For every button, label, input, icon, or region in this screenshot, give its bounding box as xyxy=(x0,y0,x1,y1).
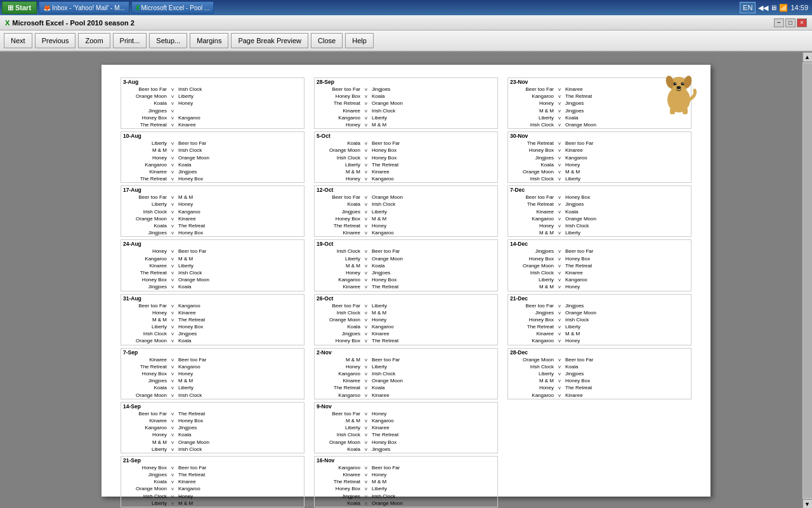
match-away-team: Irish Clock xyxy=(176,392,222,399)
match-vs: v xyxy=(169,316,176,323)
match-row: M & MvKoala xyxy=(315,262,497,269)
match-row: M & MvThe Retreat xyxy=(121,316,304,323)
match-home-team: Honey Box xyxy=(510,147,556,154)
help-button[interactable]: Help xyxy=(345,33,374,48)
match-away-team: Koala xyxy=(370,93,416,100)
match-row: LibertyvHoney xyxy=(121,201,304,208)
match-home-team: Honey xyxy=(317,175,362,182)
match-vs: v xyxy=(556,255,563,262)
match-vs: v xyxy=(362,356,370,363)
match-vs: v xyxy=(169,431,176,438)
match-vs: v xyxy=(362,215,370,222)
match-home-team: Liberty xyxy=(123,140,169,147)
match-row: Irish ClockvLiberty xyxy=(508,175,691,182)
match-vs: v xyxy=(556,161,563,168)
match-vs: v xyxy=(556,121,563,128)
match-away-team: The Retreat xyxy=(370,283,416,290)
print-button[interactable]: Print... xyxy=(113,33,147,48)
match-home-team: Orange Moon xyxy=(123,485,169,492)
excel-restore-button[interactable]: □ xyxy=(785,18,796,27)
match-row: Beer too FarvKangaroo xyxy=(121,302,304,309)
match-home-team: Kinaree xyxy=(123,262,169,269)
setup-button[interactable]: Setup... xyxy=(149,33,187,48)
match-vs: v xyxy=(169,161,176,168)
match-home-team: Jingjoes xyxy=(123,229,169,236)
match-row: HoneyvKangaroo xyxy=(315,175,497,182)
date-block: 21-DecBeer too FarvJingjoesJingjoesvOran… xyxy=(508,294,691,345)
scroll-up-button[interactable]: ▲ xyxy=(802,52,813,62)
match-row: Irish ClockvM & M xyxy=(315,309,497,316)
date-header: 26-Oct xyxy=(315,295,497,302)
match-home-team: Jingjoes xyxy=(317,493,362,500)
match-vs: v xyxy=(362,410,370,417)
match-away-team: The Retreat xyxy=(563,262,609,269)
match-home-team: Honey xyxy=(123,309,169,316)
excel-window-title: Microsoft Excel - Pool 2010 season 2 xyxy=(12,19,134,27)
match-home-team: Jingjoes xyxy=(510,248,556,255)
date-block: 7-DecBeer too FarvHoney BoxThe RetreatvJ… xyxy=(508,185,691,237)
match-row: M & MvHoney xyxy=(508,283,691,290)
match-home-team: Orange Moon xyxy=(510,262,556,269)
match-away-team: M & M xyxy=(176,194,222,201)
match-home-team: Kinaree xyxy=(317,283,362,290)
zoom-button[interactable]: Zoom xyxy=(78,33,110,48)
match-row: KoalavOrange Moon xyxy=(315,500,497,507)
match-vs: v xyxy=(556,114,563,121)
match-row: KoalavHoney xyxy=(121,100,304,107)
match-home-team: Liberty xyxy=(317,424,362,431)
match-home-team: Kangaroo xyxy=(317,392,362,399)
next-button[interactable]: Next xyxy=(4,33,32,48)
taskbar-excel[interactable]: X Microsoft Excel - Pool ... xyxy=(131,1,214,14)
match-row: The RetreatvJingjoes xyxy=(508,201,691,208)
match-away-team: Orange Moon xyxy=(176,276,222,283)
previous-button[interactable]: Previous xyxy=(35,33,76,48)
match-vs: v xyxy=(169,140,176,147)
match-home-team: Jingjoes xyxy=(123,471,169,478)
match-home-team: Kinaree xyxy=(510,330,556,337)
scroll-down-button[interactable]: ▼ xyxy=(802,499,813,508)
page-break-preview-button[interactable]: Page Break Preview xyxy=(231,33,308,48)
date-block: 28-SepBeer too FarvJingjoesHoney BoxvKoa… xyxy=(314,77,498,129)
start-button[interactable]: ⊞ Start xyxy=(2,1,37,14)
excel-minimize-button[interactable]: − xyxy=(774,18,784,27)
date-header: 19-Oct xyxy=(315,240,497,248)
close-button[interactable]: Close xyxy=(311,33,343,48)
match-home-team: Honey Box xyxy=(510,255,556,262)
date-block: 14-DecJingjoesvBeer too FarHoney BoxvHon… xyxy=(508,239,691,291)
match-away-team: Beer too Far xyxy=(370,140,416,147)
match-row: JingjoesvThe Retreat xyxy=(121,471,304,478)
match-away-team: The Retreat xyxy=(370,161,416,168)
match-vs: v xyxy=(362,140,370,147)
match-vs: v xyxy=(169,478,176,485)
match-row: Orange MoonvIrish Clock xyxy=(121,392,304,399)
match-away-team: Orange Moon xyxy=(370,255,416,262)
match-home-team: Beer too Far xyxy=(317,194,362,201)
taskbar-firefox[interactable]: 🦊 Inbox - 'Yahoo! Mail' - M... xyxy=(39,1,129,14)
match-vs: v xyxy=(362,168,370,175)
date-block: 10-AugLibertyvBeer too FarM & MvIrish Cl… xyxy=(121,131,304,183)
match-home-team: Orange Moon xyxy=(317,147,362,154)
match-vs: v xyxy=(169,471,176,478)
match-row: HoneyvIrish Clock xyxy=(508,222,691,229)
match-row: Honey BoxvM & M xyxy=(315,215,497,222)
match-vs: v xyxy=(362,93,370,100)
match-row: KoalavThe Retreat xyxy=(121,222,304,229)
match-vs: v xyxy=(556,168,563,175)
scroll-track[interactable] xyxy=(803,64,812,498)
match-home-team: Koala xyxy=(123,222,169,229)
match-away-team: M & M xyxy=(176,500,222,507)
match-home-team: Honey Box xyxy=(317,215,362,222)
excel-close-button[interactable]: × xyxy=(797,18,807,27)
match-away-team: Honey xyxy=(370,410,416,417)
match-home-team: Irish Clock xyxy=(123,493,169,500)
match-away-team: Honey Box xyxy=(563,194,609,201)
match-home-team: The Retreat xyxy=(123,269,169,276)
match-row: Irish ClockvJingjoes xyxy=(121,330,304,337)
match-home-team: Honey xyxy=(510,384,556,391)
match-row: The RetreatvKangaroo xyxy=(121,363,304,370)
match-vs: v xyxy=(362,330,370,337)
match-row: Honey BoxvThe Retreat xyxy=(315,337,497,344)
scrollbar-vertical[interactable]: ▲ ▼ xyxy=(802,52,812,508)
svg-rect-10 xyxy=(683,108,688,114)
margins-button[interactable]: Margins xyxy=(190,33,228,48)
